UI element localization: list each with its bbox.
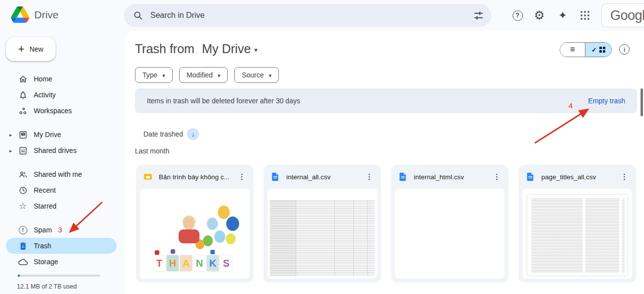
gift-bow	[155, 250, 159, 255]
drive-logo[interactable]: Drive	[11, 6, 59, 23]
google-logo-text: Google	[610, 8, 644, 23]
storage-progress-fill	[18, 275, 20, 277]
new-button[interactable]: + New	[6, 37, 56, 61]
help-icon: ?	[513, 10, 523, 21]
file-card-header: internal_all.csv ⋮	[263, 165, 381, 189]
more-options-icon[interactable]: ⋮	[490, 172, 504, 181]
balloon	[226, 233, 236, 244]
text-page-preview	[527, 195, 627, 276]
search-input[interactable]	[150, 11, 473, 20]
more-options-icon[interactable]: ⋮	[363, 172, 376, 181]
sidebar-item-trash[interactable]: Trash	[6, 238, 117, 254]
info-icon: i	[624, 47, 625, 53]
csv-file-icon	[270, 172, 280, 182]
google-apps-button[interactable]	[578, 8, 592, 22]
sidebar: + New Home Activity Workspaces ▸	[0, 31, 125, 294]
list-view-button[interactable]: ≡	[560, 43, 585, 57]
gift-bow	[210, 250, 215, 254]
file-card-header: internal_html.csv ⋮	[391, 165, 509, 189]
scrollbar[interactable]	[641, 88, 643, 116]
more-options-icon[interactable]: ⋮	[618, 172, 631, 181]
sort-control[interactable]: Date trashed ↓	[143, 128, 199, 140]
caret-down-icon: ▾	[255, 46, 258, 54]
sidebar-item-storage[interactable]: Storage	[6, 254, 117, 270]
sparkle-icon: ✦	[558, 9, 567, 21]
gear-icon: ⚙	[534, 8, 545, 22]
filter-chip-row: Type ▾ Modified ▾ Source ▾	[135, 67, 279, 83]
more-options-icon[interactable]: ⋮	[235, 172, 249, 181]
balloon	[207, 218, 218, 230]
people-icon	[18, 169, 28, 179]
sidebar-item-activity[interactable]: Activity	[6, 87, 117, 103]
empty-trash-button[interactable]: Empty trash	[588, 97, 625, 105]
file-card-header: Bản trình bày không c... ⋮	[136, 165, 254, 189]
text-column	[585, 199, 619, 272]
overlapping-google-window[interactable]: Google	[601, 3, 644, 27]
arrow-down-icon: ↓	[192, 130, 195, 138]
file-title: page_titles_all.csv	[541, 173, 618, 181]
balloon	[203, 235, 213, 246]
check-icon: ✓	[591, 46, 597, 54]
sidebar-item-recent[interactable]: Recent	[6, 182, 117, 198]
settings-button[interactable]: ⚙	[532, 8, 546, 22]
drive-brand-text: Drive	[34, 9, 59, 21]
file-thumbnail-text	[522, 189, 632, 279]
filter-chip-modified[interactable]: Modified ▾	[179, 67, 228, 83]
file-title: internal_all.csv	[286, 173, 363, 181]
home-icon	[18, 74, 28, 84]
top-bar: Drive ? ⚙ ✦ Google	[0, 0, 644, 31]
trash-location-selector[interactable]: My Drive ▾	[202, 42, 258, 56]
star-icon: ☆	[18, 201, 28, 211]
clock-icon	[18, 185, 28, 195]
letter-block: A	[180, 255, 193, 272]
spreadsheet-preview	[270, 200, 375, 276]
expand-arrow-icon[interactable]: ▸	[9, 148, 12, 153]
text-column	[622, 199, 625, 272]
google-drive-window: Drive ? ⚙ ✦ Google	[0, 0, 644, 294]
person-figure	[183, 218, 194, 230]
grid-view-button[interactable]: ✓	[585, 43, 611, 57]
file-card[interactable]: internal_html.csv ⋮	[391, 165, 509, 283]
storage-progress-bar	[18, 275, 100, 277]
sidebar-item-starred[interactable]: ☆ Starred	[6, 198, 117, 214]
caret-down-icon: ▾	[162, 73, 165, 79]
caret-down-icon: ▾	[218, 73, 221, 79]
sidebar-item-workspaces[interactable]: Workspaces	[6, 103, 117, 119]
trash-icon	[18, 241, 28, 251]
apps-grid-icon	[580, 11, 589, 20]
my-drive-icon	[18, 130, 28, 140]
gift-bow	[171, 249, 175, 254]
banner-message: Items in trash will be deleted forever a…	[147, 97, 300, 105]
column-divider	[353, 200, 354, 276]
text-column	[531, 199, 582, 272]
sidebar-item-shared-with-me[interactable]: Shared with me	[6, 166, 117, 182]
expand-arrow-icon[interactable]: ▸	[9, 132, 12, 138]
gemini-button[interactable]: ✦	[556, 8, 570, 22]
details-button[interactable]: i	[619, 44, 630, 55]
balloon	[214, 230, 225, 243]
search-bar[interactable]	[124, 4, 491, 27]
column-divider	[334, 200, 335, 276]
layout-toggle: ≡ ✓	[560, 42, 612, 57]
file-card[interactable]: Bản trình bày không c... ⋮	[136, 165, 254, 283]
file-card[interactable]: internal_all.csv ⋮	[263, 165, 381, 283]
sidebar-item-home[interactable]: Home	[6, 71, 117, 87]
balloon	[218, 206, 230, 219]
sidebar-item-my-drive[interactable]: ▸ My Drive	[6, 127, 117, 143]
filter-chip-type[interactable]: Type ▾	[135, 67, 173, 83]
annotation-label-3: 3	[58, 225, 62, 234]
sort-direction-badge: ↓	[187, 128, 199, 140]
csv-file-icon	[525, 172, 535, 182]
column-divider	[367, 200, 368, 276]
help-button[interactable]: ?	[511, 8, 524, 22]
file-card[interactable]: page_titles_all.csv ⋮	[518, 165, 636, 283]
file-title: internal_html.csv	[414, 173, 490, 181]
filter-chip-source[interactable]: Source ▾	[234, 67, 279, 83]
plus-icon: +	[18, 44, 25, 55]
file-thumbnail-blank	[395, 189, 505, 279]
search-options-icon[interactable]	[473, 10, 484, 21]
workspaces-icon	[18, 106, 28, 116]
sidebar-item-shared-drives[interactable]: ▸ Shared drives	[6, 143, 117, 158]
person-figure	[179, 229, 199, 243]
grid-icon	[599, 47, 605, 53]
